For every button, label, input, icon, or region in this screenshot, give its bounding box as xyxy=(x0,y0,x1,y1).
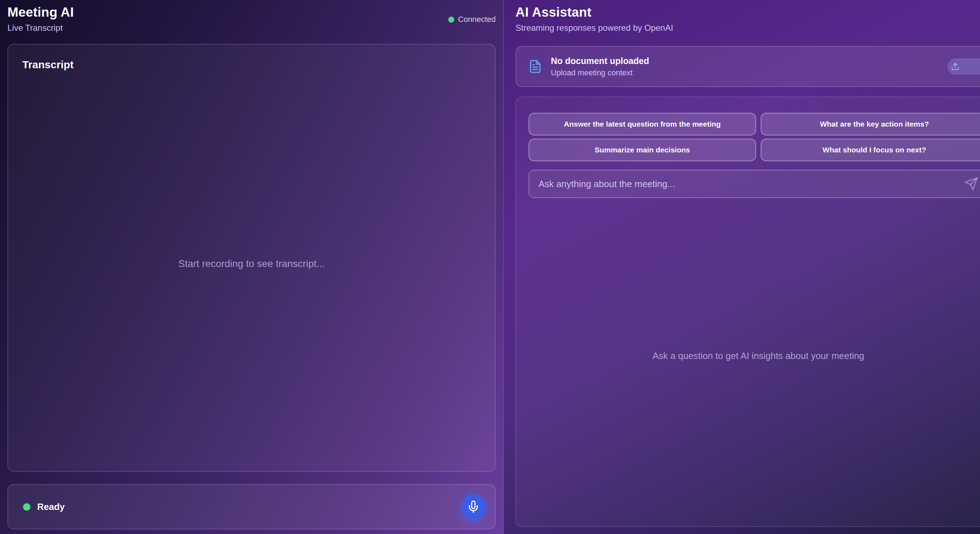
recorder-status-dot xyxy=(23,503,30,511)
assistant-panel: AI Assistant Streaming responses powered… xyxy=(504,0,980,534)
upload-document-button[interactable] xyxy=(947,58,980,75)
suggestion-chip-main-decisions[interactable]: Summarize main decisions xyxy=(528,138,756,161)
meeting-ai-app: Meeting AI Live Transcript Connected Tra… xyxy=(0,0,980,534)
document-subtitle: Upload meeting context xyxy=(551,68,649,78)
chat-empty-message: Ask a question to get AI insights about … xyxy=(528,198,980,514)
app-subtitle: Live Transcript xyxy=(8,23,74,33)
document-card: No document uploaded Upload meeting cont… xyxy=(515,46,980,87)
suggestion-chip-focus-next[interactable]: What should I focus on next? xyxy=(760,138,980,161)
transcript-empty-message: Start recording to see transcript... xyxy=(22,71,481,457)
connection-status-badge: Connected xyxy=(448,15,496,24)
ask-input-row xyxy=(528,170,980,198)
recorder-bar: Ready xyxy=(8,484,496,529)
right-header-titles: AI Assistant Streaming responses powered… xyxy=(515,5,673,33)
suggestion-chips: Answer the latest question from the meet… xyxy=(528,113,980,161)
right-header: AI Assistant Streaming responses powered… xyxy=(515,5,980,42)
left-header-titles: Meeting AI Live Transcript xyxy=(8,5,74,33)
left-header: Meeting AI Live Transcript Connected xyxy=(8,5,496,42)
assistant-subtitle: Streaming responses powered by OpenAI xyxy=(515,23,673,33)
microphone-icon xyxy=(467,500,480,513)
app-title: Meeting AI xyxy=(8,5,74,20)
document-card-text: No document uploaded Upload meeting cont… xyxy=(551,56,649,78)
transcript-panel: Meeting AI Live Transcript Connected Tra… xyxy=(0,0,504,534)
connection-status-dot xyxy=(448,17,454,23)
suggestion-chip-action-items[interactable]: What are the key action items? xyxy=(760,113,980,135)
assistant-title: AI Assistant xyxy=(515,5,673,20)
send-button[interactable] xyxy=(964,177,978,191)
document-title: No document uploaded xyxy=(551,56,649,66)
connection-status-label: Connected xyxy=(458,15,496,24)
chat-card: Answer the latest question from the meet… xyxy=(515,97,980,527)
upload-icon xyxy=(951,62,959,71)
file-text-icon xyxy=(528,59,542,73)
record-button[interactable] xyxy=(461,494,486,520)
suggestion-chip-latest-question[interactable]: Answer the latest question from the meet… xyxy=(528,113,756,135)
transcript-card: Transcript Start recording to see transc… xyxy=(8,44,496,472)
recorder-status-label: Ready xyxy=(37,501,65,512)
paper-plane-icon xyxy=(964,177,978,191)
ask-input[interactable] xyxy=(538,179,957,189)
transcript-heading: Transcript xyxy=(22,59,481,71)
